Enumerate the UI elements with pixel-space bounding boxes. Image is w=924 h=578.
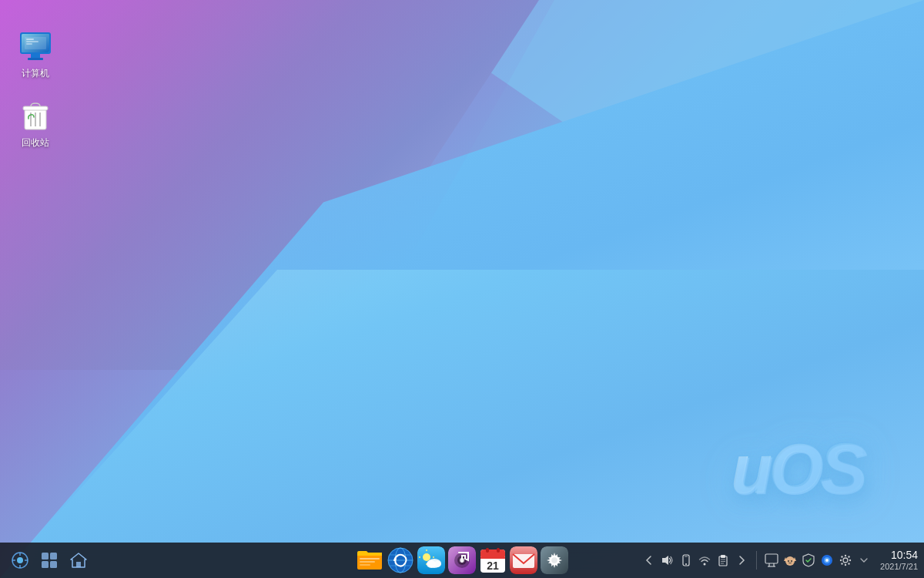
svg-point-80 [825,559,829,562]
svg-point-82 [845,555,846,556]
trash-svg [17,97,54,134]
svg-point-44 [434,561,441,567]
svg-rect-29 [360,564,370,566]
weather-icon [417,546,445,574]
desktop: uOS [0,0,924,578]
tray-clipboard[interactable] [715,552,732,569]
desktop-icon-computer[interactable]: 计算机 [8,23,63,85]
files-icon [356,546,383,574]
tray-phone[interactable] [678,552,695,569]
dock-weather[interactable] [417,546,445,574]
network-icon [698,554,711,566]
recycle-icon-label: 回收站 [22,137,49,150]
settings-icon [541,546,568,574]
phone-icon [680,554,692,566]
collapse-icon [859,555,869,566]
expand-right-icon [736,555,747,566]
svg-rect-7 [26,41,38,42]
app-tray [763,552,872,569]
svg-rect-10 [23,106,48,110]
dock-music[interactable] [448,546,476,574]
svg-rect-3 [31,54,40,58]
uos-logo: uOS [731,428,864,509]
taskbar-right: 10:54 2021/7/21 [641,549,918,572]
recycle-icon-image [17,97,54,134]
taskbar-center: 21 [356,546,568,574]
svg-rect-28 [360,561,375,563]
dock-files[interactable] [356,546,383,574]
svg-rect-69 [765,554,778,563]
svg-text:21: 21 [487,560,499,572]
calendar-icon: 21 [479,546,507,574]
multitask-icon [41,552,58,569]
clock-time: 10:54 [891,549,918,562]
email-icon [510,546,537,574]
monitor-icon [765,553,778,567]
dock-email[interactable] [510,546,537,574]
svg-point-37 [423,553,430,561]
taskbar-home[interactable] [65,546,92,574]
dock-browser[interactable] [387,546,414,574]
svg-rect-51 [480,557,505,559]
computer-svg [17,28,54,65]
svg-point-89 [848,563,849,564]
svg-point-85 [849,560,851,561]
cat-icon [783,553,797,567]
svg-point-61 [685,563,687,565]
svg-rect-25 [76,562,81,567]
dock-settings[interactable] [541,546,568,574]
expand-left-icon [644,555,654,566]
svg-point-76 [788,560,789,562]
svg-rect-52 [486,548,489,553]
tray-monitor[interactable] [763,552,780,569]
computer-icon-label: 计算机 [22,68,49,80]
svg-point-83 [845,564,846,566]
desktop-icon-recycle[interactable]: 回收站 [8,92,63,154]
svg-rect-27 [360,558,380,560]
svg-rect-53 [497,548,500,553]
svg-point-63 [704,563,706,565]
security-icon [802,553,815,567]
taskbar-multitask[interactable] [35,546,63,574]
svg-rect-6 [26,39,34,40]
clipboard-icon [717,554,729,566]
home-icon [70,552,87,569]
tray-separator [756,551,757,570]
tray-volume[interactable] [659,552,676,569]
computer-icon-image [17,28,54,65]
taskbar-left [6,546,92,574]
clock-area[interactable]: 10:54 2021/7/21 [880,549,918,572]
gear-icon [839,553,852,567]
svg-rect-4 [28,58,43,60]
svg-rect-8 [26,43,32,45]
taskbar-launcher[interactable] [6,546,34,574]
tray-gear[interactable] [837,552,854,569]
tray-network[interactable] [696,552,713,569]
svg-point-77 [791,560,792,562]
blue-circle-icon [820,553,834,567]
dock-calendar[interactable]: 21 [479,546,507,574]
svg-point-15 [17,557,23,563]
tray-security[interactable] [800,552,817,569]
browser-icon [387,546,414,574]
tray-collapse[interactable] [855,552,872,569]
svg-marker-59 [662,556,668,565]
tray-expand-left[interactable] [641,552,658,569]
sys-tray [641,552,750,569]
taskbar: 21 [0,543,924,578]
desktop-icon-area: 计算机 回收站 [0,15,71,161]
svg-rect-22 [42,561,49,568]
svg-point-81 [843,558,848,563]
tray-cat[interactable] [782,552,798,569]
tray-blue-circle[interactable] [819,552,835,569]
volume-icon [661,554,674,566]
tray-expand-right[interactable] [733,552,750,569]
svg-point-88 [841,563,842,564]
svg-point-86 [841,556,842,557]
svg-rect-20 [42,553,49,560]
svg-rect-21 [50,553,57,560]
svg-point-87 [848,556,849,557]
svg-point-84 [840,560,842,561]
clock-date: 2021/7/21 [880,562,918,572]
music-icon [448,546,476,574]
